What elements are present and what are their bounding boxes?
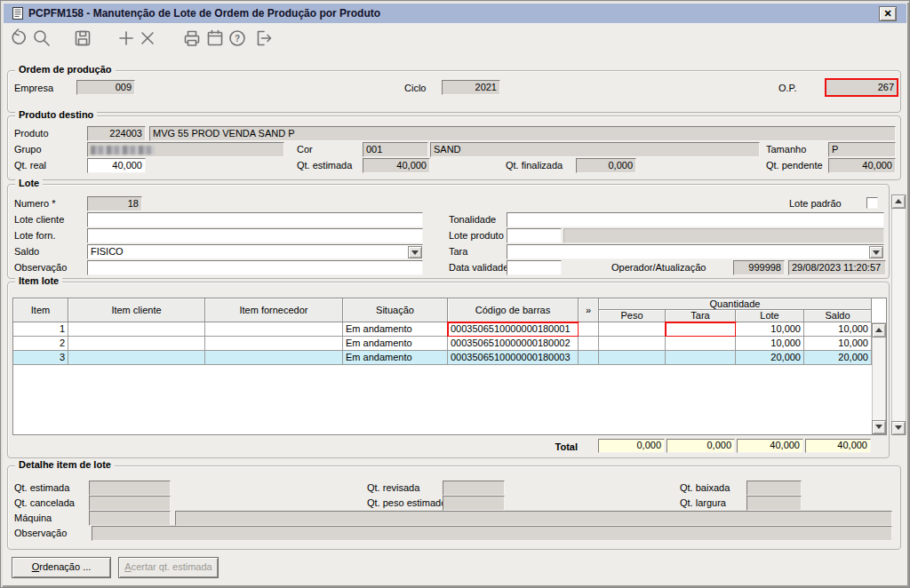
detalhe-maquina-desc-field [175,511,892,526]
app-window: PCPFM158 - Manutenção de Lote de Ordem d… [0,0,910,588]
total-label: Total [498,441,578,452]
cell-tara-row1[interactable] [666,322,736,337]
lote-cliente-label: Lote cliente [14,214,64,225]
cell-expand_body-row1[interactable] [579,322,599,337]
ordenacao-button[interactable]: Ordenação ... [12,557,111,578]
detalhe-qt-peso-estimado-field [443,496,505,511]
form-scroll-down-button[interactable] [891,421,906,435]
arrow-up-icon [875,328,882,332]
cell-expand_body-row2[interactable] [579,337,599,351]
table-scrollbar[interactable] [872,322,886,434]
exit-button[interactable] [253,28,275,50]
cell-situacao-row2[interactable]: Em andamento [343,337,448,351]
table-scroll-down-button[interactable] [872,420,886,434]
detalhe-qt-baixada-label: Qt. baixada [680,482,730,493]
form-scrollbar[interactable] [891,195,906,435]
title-bar: PCPFM158 - Manutenção de Lote de Ordem d… [4,4,906,23]
cell-codigo_barras-row1[interactable]: 0003506510000000180001 [448,322,579,337]
delete-button[interactable] [138,28,159,50]
cell-codigo_barras-row3[interactable]: 0003506510000000180003 [448,351,579,365]
cell-situacao-row3[interactable]: Em andamento [343,351,448,365]
cell-saldo-row3[interactable]: 20,000 [804,351,872,365]
refresh-button[interactable] [9,28,30,50]
table-scroll-up-button[interactable] [872,323,886,338]
form-scroll-up-button[interactable] [891,195,906,209]
cell-peso-row1[interactable] [599,322,666,337]
produto-desc-field: MVG 55 PROD VENDA SAND P [149,126,896,141]
cell-tara-row2[interactable] [666,337,736,351]
calendar-button[interactable] [205,28,227,50]
grupo-label: Grupo [14,144,42,155]
lote-produto-label: Lote produto [449,230,504,241]
cell-saldo-row1[interactable]: 10,000 [804,322,872,337]
cell-expand_body-row3[interactable] [579,351,599,365]
total-saldo-field: 40,000 [805,439,871,453]
cell-peso-row3[interactable] [599,351,666,365]
cell-item_fornecedor-row2[interactable] [205,337,343,351]
cell-saldo-row2[interactable]: 10,000 [804,337,872,351]
cell-item_cliente-row3[interactable] [68,351,205,365]
lote-forn-field[interactable] [87,228,423,243]
cell-tara-row3[interactable] [666,351,736,365]
cell-peso-row2[interactable] [599,337,666,351]
search-button[interactable] [32,28,53,50]
total-tara-field: 0,000 [667,439,735,453]
cell-item_fornecedor-row3[interactable] [205,351,343,365]
observacao-field[interactable] [87,260,423,275]
saldo-combobox[interactable]: FISICO [87,244,423,259]
lote-produto-field[interactable] [507,228,562,243]
tara-combobox[interactable] [507,244,884,259]
help-button[interactable]: ? [228,28,249,50]
col-header-quantidade: Quantidade [599,298,872,310]
save-button[interactable] [73,28,94,50]
refresh-icon [9,28,28,48]
lote-padrao-checkbox[interactable] [866,197,878,209]
app-icon [11,6,25,20]
arrow-down-icon [875,425,882,429]
lote-forn-label: Lote forn. [14,230,55,241]
atualizacao-field: 29/08/2023 11:20:57 [788,260,886,275]
table-body: 1Em andamento000350651000000018000110,00… [13,322,872,434]
saldo-dropdown-button[interactable] [408,246,422,258]
total-lote-field: 40,000 [737,439,803,453]
numero-field: 18 [87,196,142,211]
numero-label: Numero * [14,198,55,209]
cell-lote-row2[interactable]: 10,000 [736,337,804,351]
qt-estimada-field: 40,000 [363,158,430,173]
cell-codigo_barras-row2[interactable]: 0003506510000000180002 [448,337,579,351]
print-icon [182,28,202,48]
lote-cliente-field[interactable] [87,212,423,227]
cell-item-row2[interactable]: 2 [13,337,68,351]
qt-finalizada-label: Qt. finalizada [506,160,563,171]
cell-situacao-row1[interactable]: Em andamento [343,322,448,337]
lote-padrao-label: Lote padrão [789,198,842,209]
col-header-expand[interactable]: » [579,298,599,322]
detalhe-qt-largura-label: Qt. largura [680,497,726,508]
print-button[interactable] [182,28,204,50]
group-lote-legend: Lote [15,178,43,188]
saldo-value: FISICO [91,246,124,257]
cell-item-row1[interactable]: 1 [13,322,68,337]
delete-icon [138,28,157,48]
item-lote-table: Item Item cliente Item fornecedor Situaç… [12,298,887,435]
tara-dropdown-button[interactable] [869,246,883,258]
tamanho-field: P [828,142,896,157]
col-header-codigo-barras: Código de barras [448,298,579,322]
empresa-field: 009 [76,80,135,95]
cell-item_cliente-row2[interactable] [68,337,205,351]
cell-item_cliente-row1[interactable] [68,322,205,337]
cor-codigo-field: 001 [363,142,428,157]
cell-item_fornecedor-row1[interactable] [205,322,343,337]
cell-item-row3[interactable]: 3 [13,351,68,365]
tonalidade-field[interactable] [507,212,884,227]
close-button[interactable]: ✕ [879,6,897,21]
add-button[interactable] [116,28,138,50]
search-icon [32,28,52,48]
cell-lote-row1[interactable]: 10,000 [736,322,804,337]
cell-lote-row3[interactable]: 20,000 [736,351,804,365]
data-validade-field[interactable] [507,260,562,275]
qt-real-field[interactable]: 40,000 [87,158,146,173]
tonalidade-label: Tonalidade [449,214,496,225]
svg-text:?: ? [235,34,240,44]
cor-desc-field: SAND [430,142,760,157]
